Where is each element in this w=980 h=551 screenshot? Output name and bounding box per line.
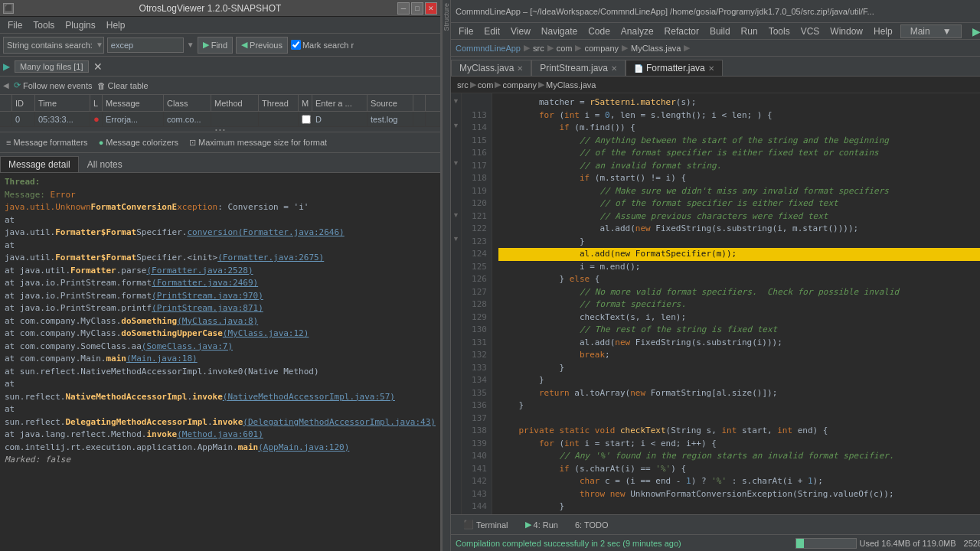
search-type-combo[interactable]: String contains search: ▼ bbox=[3, 37, 104, 54]
menu-help-r[interactable]: Help bbox=[869, 26, 897, 37]
structure-label[interactable]: Structure bbox=[443, 3, 450, 31]
td-time: 05:33:3... bbox=[35, 112, 90, 126]
th-source[interactable]: Source bbox=[368, 95, 413, 111]
tab-myclass[interactable]: MyClass.java ✕ bbox=[451, 60, 531, 76]
ln-141: 141 bbox=[462, 463, 487, 476]
combo-arrow[interactable]: ▼ bbox=[96, 41, 103, 49]
search-input[interactable] bbox=[107, 37, 184, 53]
minimize-btn[interactable]: ─ bbox=[397, 2, 410, 15]
menu-code-r[interactable]: Code bbox=[583, 26, 615, 37]
fold-4[interactable]: ▼ bbox=[452, 210, 459, 221]
mark-checkbox-label[interactable]: Mark search r bbox=[291, 40, 354, 50]
at3-link[interactable]: (Formatter.java:2528) bbox=[146, 266, 253, 276]
maximize-btn[interactable]: □ bbox=[411, 2, 423, 15]
th-thread[interactable]: Thread bbox=[259, 95, 299, 111]
th-time[interactable]: Time bbox=[35, 95, 90, 111]
close-btn[interactable]: ✕ bbox=[425, 2, 437, 15]
s12-link[interactable]: (NativeMethodAccessorImpl.java:57) bbox=[223, 392, 395, 402]
at7-link[interactable]: (MyClass.java:8) bbox=[177, 316, 258, 326]
tab-myclass-close[interactable]: ✕ bbox=[517, 64, 523, 73]
at8-link[interactable]: (MyClass.java:12) bbox=[223, 328, 309, 338]
crumb-com[interactable]: com bbox=[478, 80, 494, 90]
max-message-btn[interactable]: ⊡ Maximum message size for format bbox=[186, 137, 330, 148]
tab-formatter-close[interactable]: ✕ bbox=[708, 64, 714, 73]
tab-printstream-close[interactable]: ✕ bbox=[611, 64, 617, 73]
at6-text: at java.io.PrintStream.printf bbox=[5, 303, 152, 313]
log-files-badge[interactable]: Many log files [1] bbox=[15, 60, 89, 73]
at14-text: at java.lang.reflect.Method. bbox=[5, 429, 146, 439]
th-message[interactable]: Message bbox=[103, 95, 164, 111]
menu-file[interactable]: File bbox=[3, 20, 27, 31]
row-checkbox[interactable] bbox=[302, 115, 311, 124]
menu-refactor-r[interactable]: Refactor bbox=[660, 26, 704, 37]
find-button[interactable]: ▶ Find bbox=[198, 37, 233, 54]
run-button-header[interactable]: ▶ bbox=[963, 23, 980, 40]
fold-5[interactable]: ▼ bbox=[452, 234, 459, 245]
message-formatters-btn[interactable]: ≡ Message formatters bbox=[3, 137, 91, 148]
at10-link[interactable]: (Main.java:18) bbox=[126, 354, 198, 364]
menu-run-r[interactable]: Run bbox=[737, 26, 763, 37]
menu-window-r[interactable]: Window bbox=[825, 26, 867, 37]
terminal-tab[interactable]: ⬛ Terminal bbox=[456, 518, 516, 531]
menu-file-r[interactable]: File bbox=[454, 26, 478, 37]
search-dropdown-arrow[interactable]: ▼ bbox=[187, 41, 194, 49]
max-icon: ⊡ bbox=[189, 138, 196, 148]
mark-label: Mark search r bbox=[302, 41, 354, 50]
at5: at java.io.PrintStream.format(PrintStrea… bbox=[5, 290, 436, 303]
follow-events-btn[interactable]: ⟳ Follow new events bbox=[14, 80, 93, 90]
fold-3[interactable]: ▼ bbox=[452, 158, 459, 169]
prev-button[interactable]: ◀ Previous bbox=[236, 37, 288, 54]
tab-all-notes[interactable]: All notes bbox=[79, 156, 131, 172]
fold-2[interactable]: ▼ bbox=[452, 121, 459, 132]
bc-com: com bbox=[557, 44, 573, 53]
th-class[interactable]: Class bbox=[164, 95, 211, 111]
tab-message-detail[interactable]: Message detail bbox=[0, 156, 79, 172]
menu-plugins[interactable]: Plugins bbox=[60, 20, 100, 31]
s2-link[interactable]: (Formatter.java:2675) bbox=[217, 253, 324, 262]
run-tab-label: 4: Run bbox=[534, 520, 558, 530]
th-id[interactable]: ID bbox=[12, 95, 35, 111]
th-enter[interactable]: Enter a ... bbox=[312, 95, 368, 111]
memory-indicator[interactable]: Used 16.4MB of 119.0MB bbox=[795, 538, 956, 549]
follow-label: Follow new events bbox=[23, 81, 93, 90]
menu-help[interactable]: Help bbox=[102, 20, 130, 31]
s13-link[interactable]: (DelegatingMethodAccessorImpl.java:43) bbox=[243, 417, 436, 427]
menu-tools-r[interactable]: Tools bbox=[764, 26, 795, 37]
table-header: ID Time L Message Class Method Thread M … bbox=[0, 95, 440, 112]
th-method[interactable]: Method bbox=[211, 95, 259, 111]
menu-analyze-r[interactable]: Analyze bbox=[616, 26, 658, 37]
table-row[interactable]: 0 05:33:3... ● Errorja... com.co... D te… bbox=[0, 112, 440, 127]
left-subbar: ▶ Many log files [1] ✕ bbox=[0, 57, 440, 77]
crumb-src[interactable]: src bbox=[457, 80, 469, 90]
crumb-company[interactable]: company bbox=[502, 80, 537, 90]
menu-edit-r[interactable]: Edit bbox=[479, 26, 505, 37]
at9-link[interactable]: (SomeClass.java:7) bbox=[142, 341, 233, 351]
close-log-btn[interactable]: ✕ bbox=[93, 60, 103, 73]
todo-tab[interactable]: 6: TODO bbox=[567, 519, 616, 531]
at6-link[interactable]: (PrintStream.java:871) bbox=[152, 303, 263, 313]
clear-table-btn[interactable]: 🗑 Clear table bbox=[97, 81, 149, 90]
at5-link[interactable]: (PrintStream.java:970) bbox=[152, 291, 263, 301]
at5-text: at java.io.PrintStream.format bbox=[5, 291, 152, 301]
menu-build-r[interactable]: Build bbox=[705, 26, 735, 37]
tab-formatter[interactable]: 📄 Formatter.java ✕ bbox=[626, 60, 723, 76]
code-area[interactable]: matcher = rSatterni.matcher(s); for (int… bbox=[492, 93, 980, 514]
bc-sep5: ▶ bbox=[684, 43, 690, 53]
colorizers-label: Message colorizers bbox=[106, 138, 178, 147]
status-right: Used 16.4MB of 119.0MB 2528:2 LF UTF-8 ♦ bbox=[795, 538, 980, 549]
at4-link[interactable]: (Formatter.java:2469) bbox=[152, 278, 258, 288]
message-colorizers-btn[interactable]: ● Message colorizers bbox=[96, 137, 181, 148]
at14-link[interactable]: (Method.java:601) bbox=[177, 429, 263, 439]
s1-link[interactable]: conversion(Formatter.java:2646) bbox=[187, 227, 344, 237]
run-config-selector[interactable]: Main ▼ bbox=[900, 24, 962, 38]
menu-tools[interactable]: Tools bbox=[28, 20, 59, 31]
fold-1[interactable]: ▼ bbox=[452, 96, 459, 107]
menu-vcs-r[interactable]: VCS bbox=[796, 26, 825, 37]
menu-navigate-r[interactable]: Navigate bbox=[537, 26, 582, 37]
menu-view-r[interactable]: View bbox=[506, 26, 535, 37]
mark-checkbox[interactable] bbox=[291, 40, 301, 50]
run-tab[interactable]: ▶ 4: Run bbox=[518, 518, 566, 531]
at15-link[interactable]: (AppMain.java:120) bbox=[258, 442, 349, 452]
tab-printstream[interactable]: PrintStream.java ✕ bbox=[531, 60, 626, 76]
crumb-myclass[interactable]: MyClass.java bbox=[546, 80, 596, 90]
